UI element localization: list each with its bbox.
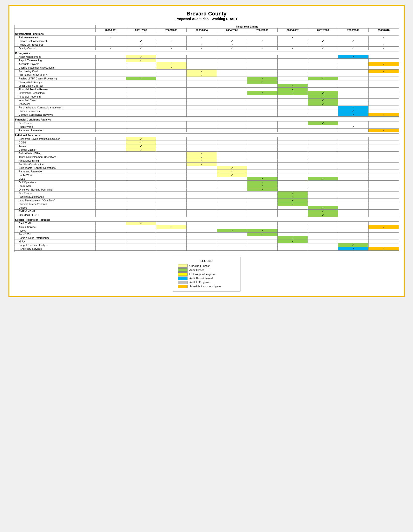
cell-8 bbox=[338, 233, 368, 236]
cell-7 bbox=[308, 129, 338, 132]
cell-4 bbox=[217, 125, 247, 129]
cell-4 bbox=[217, 129, 247, 132]
empty-header bbox=[14, 25, 96, 28]
cell-9 bbox=[368, 102, 399, 106]
cell-0 bbox=[96, 70, 126, 73]
cell-5 bbox=[247, 202, 277, 206]
cell-1 bbox=[126, 84, 156, 88]
cell-9 bbox=[368, 184, 399, 188]
legend-swatch bbox=[178, 272, 187, 276]
cell-7 bbox=[308, 88, 338, 91]
cell-4 bbox=[217, 137, 247, 141]
cell-6 bbox=[277, 225, 308, 229]
cell-2 bbox=[156, 36, 186, 39]
cell-3: ✓ bbox=[187, 47, 217, 50]
cell-5 bbox=[247, 210, 277, 213]
table-row: Fire Rescue✓ bbox=[14, 191, 399, 195]
main-title: Brevard County bbox=[14, 11, 399, 17]
cell-6 bbox=[277, 188, 308, 191]
cell-3 bbox=[187, 166, 217, 170]
cell-2 bbox=[156, 236, 186, 240]
cell-1 bbox=[126, 80, 156, 84]
cell-4 bbox=[217, 95, 247, 98]
cell-0 bbox=[96, 177, 126, 181]
legend-label: Audit Report Issued bbox=[189, 277, 213, 280]
row-label: Risk Assessment bbox=[14, 36, 96, 39]
cell-0 bbox=[96, 173, 126, 177]
category-row: Individual Functions bbox=[14, 133, 399, 137]
cell-6: ✓ bbox=[277, 195, 308, 199]
year-col-3: 2002/2003 bbox=[156, 28, 186, 32]
cell-3: ✓ bbox=[187, 152, 217, 155]
row-label: Utilities bbox=[14, 206, 96, 210]
cell-8 bbox=[338, 73, 368, 77]
cell-0 bbox=[96, 229, 126, 233]
cell-7 bbox=[308, 191, 338, 195]
row-label: Asset Management bbox=[14, 55, 96, 59]
cell-0 bbox=[96, 225, 126, 229]
cell-3 bbox=[187, 225, 217, 229]
cell-7 bbox=[308, 240, 338, 243]
table-row: Local Option Gas Tax✓ bbox=[14, 84, 399, 88]
cell-7 bbox=[308, 84, 338, 88]
table-row: Financial Reporting✓ bbox=[14, 95, 399, 98]
cell-0 bbox=[96, 106, 126, 109]
cell-6 bbox=[277, 98, 308, 102]
table-row: Tourism Development Operations✓ bbox=[14, 155, 399, 159]
cell-3 bbox=[187, 98, 217, 102]
table-row: Risk Assessment✓✓✓✓ bbox=[14, 36, 399, 39]
cell-8 bbox=[338, 202, 368, 206]
cell-4 bbox=[217, 191, 247, 195]
cell-7 bbox=[308, 73, 338, 77]
cell-4 bbox=[217, 188, 247, 191]
cell-8: ✓ bbox=[338, 39, 368, 43]
legend-label: Schedule for upcoming year bbox=[189, 285, 223, 288]
cell-9 bbox=[368, 95, 399, 98]
row-label: CDBG bbox=[14, 141, 96, 144]
cell-5 bbox=[247, 170, 277, 173]
cell-4 bbox=[217, 233, 247, 236]
cell-6 bbox=[277, 229, 308, 233]
table-row: IT Advisory Services✓✓ bbox=[14, 247, 399, 251]
cell-7 bbox=[308, 55, 338, 59]
cell-0 bbox=[96, 84, 126, 88]
cell-9 bbox=[368, 39, 399, 43]
cell-5 bbox=[247, 125, 277, 129]
cell-1 bbox=[126, 122, 156, 125]
page-container: Brevard County Proposed Audit Plan - Wor… bbox=[9, 5, 405, 297]
cell-7 bbox=[308, 106, 338, 109]
category-row: Overall Audit Functions bbox=[14, 32, 399, 36]
cell-5 bbox=[247, 166, 277, 170]
cell-2 bbox=[156, 137, 186, 141]
table-row: Public Works✓ bbox=[14, 173, 399, 177]
cell-0 bbox=[96, 159, 126, 162]
cell-2: ✓ bbox=[156, 47, 186, 50]
cell-4 bbox=[217, 177, 247, 181]
row-label: Contract Compliance Reviews bbox=[14, 113, 96, 117]
cell-4 bbox=[217, 102, 247, 106]
cell-4 bbox=[217, 213, 247, 217]
row-label: Central Cashier bbox=[14, 148, 96, 152]
cell-3 bbox=[187, 102, 217, 106]
cell-6 bbox=[277, 170, 308, 173]
cell-0 bbox=[96, 98, 126, 102]
cell-3 bbox=[187, 236, 217, 240]
cell-0: ✓ bbox=[96, 36, 126, 39]
cell-9: ✓ bbox=[368, 43, 399, 47]
cell-7: ✓ bbox=[308, 122, 338, 125]
cell-3 bbox=[187, 222, 217, 225]
cell-9 bbox=[368, 141, 399, 144]
cell-9 bbox=[368, 188, 399, 191]
table-row: Solid Waste - Billing✓ bbox=[14, 152, 399, 155]
row-label: Full Scope Follow-up of AP bbox=[14, 73, 96, 77]
cell-3 bbox=[187, 88, 217, 91]
cell-7 bbox=[308, 70, 338, 73]
cell-3: ✓ bbox=[187, 73, 217, 77]
cell-0 bbox=[96, 91, 126, 95]
cell-3 bbox=[187, 177, 217, 181]
cell-6 bbox=[277, 106, 308, 109]
legend-swatch bbox=[178, 268, 187, 272]
row-label: Criminal Justice Services bbox=[14, 202, 96, 206]
cell-3 bbox=[187, 202, 217, 206]
cell-8 bbox=[338, 206, 368, 210]
